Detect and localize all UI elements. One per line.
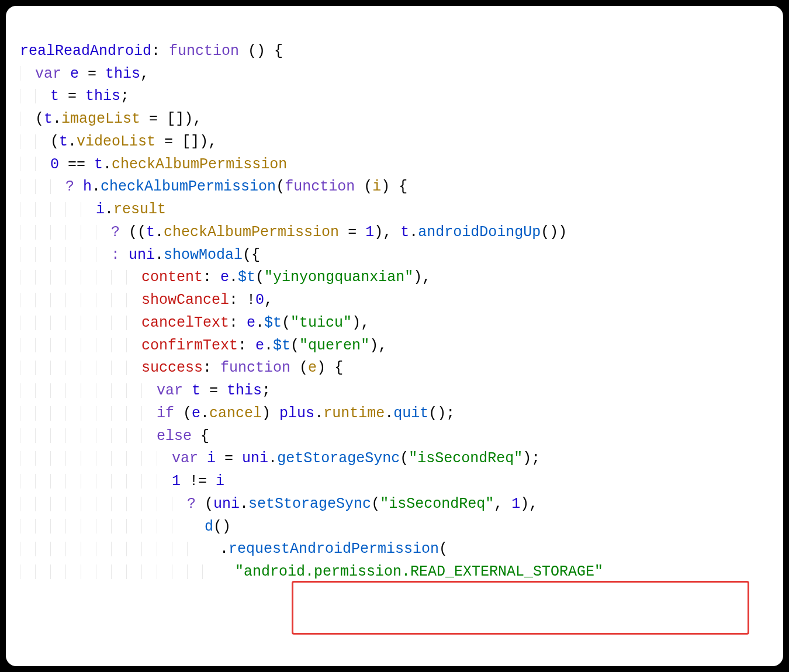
code-line: "android.permission.READ_EXTERNAL_STORAG… [20, 563, 603, 580]
code-line: 0 == t.checkAlbumPermission [20, 156, 287, 173]
code-line: content: e.$t("yinyongquanxian"), [20, 269, 431, 286]
code-line: i.result [20, 201, 166, 218]
code-line: var i = uni.getStorageSync("isSecondReq"… [20, 450, 540, 467]
fn-name: realReadAndroid [20, 43, 151, 60]
highlight-box [292, 581, 749, 635]
code-block: realReadAndroid: function () { var e = t… [20, 18, 769, 584]
code-line: (t.videoList = []), [20, 133, 217, 150]
code-line: ? (uni.setStorageSync("isSecondReq", 1), [20, 496, 538, 512]
code-line: 1 != i [20, 473, 224, 490]
code-line: ? ((t.checkAlbumPermission = 1), t.andro… [20, 224, 567, 241]
code-line: cancelText: e.$t("tuicu"), [20, 314, 369, 331]
code-line: success: function (e) { [20, 359, 343, 376]
code-line: (t.imageList = []), [20, 110, 202, 127]
code-line: ? h.checkAlbumPermission(function (i) { [20, 178, 407, 195]
code-line: showCancel: !0, [20, 292, 273, 309]
code-line: d() [20, 518, 231, 535]
code-line: .requestAndroidPermission( [20, 541, 448, 557]
code-line: confirmText: e.$t("queren"), [20, 337, 387, 354]
code-line: realReadAndroid: function () { [20, 43, 283, 60]
code-line: var e = this, [20, 65, 149, 82]
code-line: if (e.cancel) plus.runtime.quit(); [20, 405, 455, 422]
code-line: : uni.showModal({ [20, 247, 260, 264]
code-line: var t = this; [20, 382, 271, 399]
code-line: t = this; [20, 88, 129, 105]
code-line: else { [20, 428, 209, 445]
code-frame: realReadAndroid: function () { var e = t… [6, 6, 783, 666]
